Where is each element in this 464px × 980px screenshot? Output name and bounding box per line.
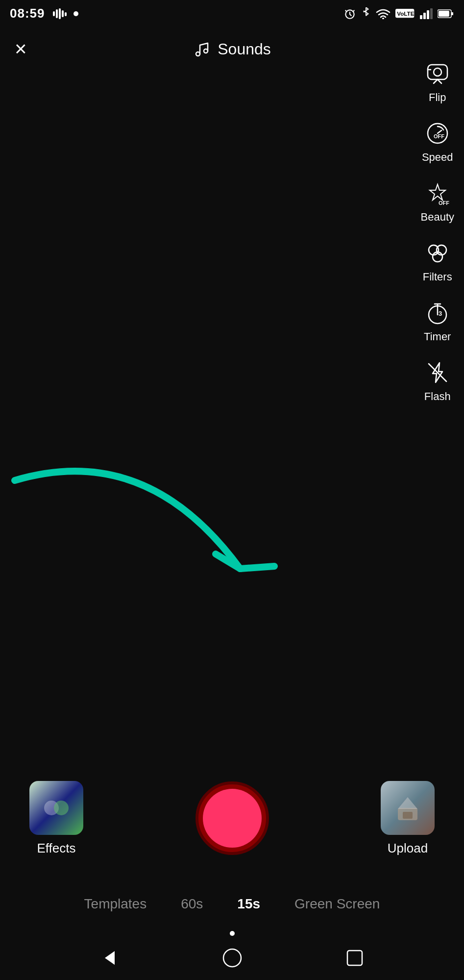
svg-point-21 bbox=[434, 68, 441, 76]
status-bar: 08:59 VoLTE bbox=[0, 0, 464, 27]
svg-rect-6 bbox=[65, 12, 67, 16]
beauty-label: Beauty bbox=[421, 211, 455, 224]
upload-label: Upload bbox=[388, 841, 428, 856]
svg-point-8 bbox=[382, 18, 384, 19]
svg-rect-12 bbox=[423, 13, 426, 19]
status-time: 08:59 bbox=[10, 6, 45, 21]
tab-green-screen[interactable]: Green Screen bbox=[290, 891, 385, 917]
upload-thumb-inner bbox=[381, 781, 435, 835]
effects-thumb-icon bbox=[42, 793, 71, 823]
svg-point-32 bbox=[54, 801, 69, 815]
svg-rect-38 bbox=[347, 951, 362, 965]
effects-thumb-inner bbox=[29, 781, 83, 835]
svg-text:VoLTE: VoLTE bbox=[397, 10, 414, 17]
svg-rect-3 bbox=[56, 9, 58, 18]
svg-rect-35 bbox=[403, 812, 413, 819]
top-bar: × Sounds bbox=[0, 27, 464, 71]
bottom-controls: Effects Upload bbox=[0, 769, 464, 867]
mode-tabs: Templates 60s 15s Green Screen bbox=[0, 884, 464, 924]
svg-rect-16 bbox=[451, 12, 453, 15]
svg-rect-14 bbox=[430, 8, 433, 19]
tab-15s[interactable]: 15s bbox=[232, 891, 265, 917]
nav-recents-button[interactable] bbox=[345, 949, 364, 967]
timer-icon: 3 bbox=[423, 298, 452, 327]
svg-point-18 bbox=[196, 52, 200, 56]
volte-icon: VoLTE bbox=[395, 8, 415, 20]
status-icons-right: VoLTE bbox=[343, 7, 454, 20]
flash-control[interactable]: Flash bbox=[423, 358, 452, 403]
filters-control[interactable]: Filters bbox=[423, 238, 452, 283]
speed-icon: OFF bbox=[423, 119, 452, 148]
status-dot bbox=[73, 11, 78, 16]
right-controls: Flip OFF Speed OFF Beauty bbox=[421, 59, 455, 403]
effects-label: Effects bbox=[37, 841, 75, 856]
flash-icon bbox=[423, 358, 452, 387]
svg-text:OFF: OFF bbox=[434, 133, 444, 139]
svg-rect-13 bbox=[427, 10, 429, 19]
nav-back-icon bbox=[100, 948, 120, 968]
sounds-title: Sounds bbox=[193, 40, 271, 58]
svg-point-37 bbox=[223, 949, 241, 967]
beauty-icon: OFF bbox=[423, 178, 452, 208]
svg-rect-2 bbox=[53, 11, 55, 16]
system-nav-bar bbox=[0, 936, 464, 980]
nav-back-button[interactable] bbox=[100, 948, 120, 968]
tab-templates[interactable]: Templates bbox=[79, 891, 152, 917]
close-button[interactable]: × bbox=[15, 39, 27, 59]
timer-control[interactable]: 3 Timer bbox=[423, 298, 452, 343]
svg-rect-20 bbox=[428, 65, 447, 79]
tab-indicator bbox=[230, 931, 235, 936]
timer-label: Timer bbox=[424, 330, 451, 343]
flip-icon bbox=[423, 59, 452, 88]
svg-rect-11 bbox=[420, 15, 422, 19]
svg-rect-4 bbox=[59, 8, 61, 19]
svg-rect-17 bbox=[439, 11, 449, 17]
flip-label: Flip bbox=[429, 91, 446, 104]
svg-text:OFF: OFF bbox=[439, 200, 449, 206]
upload-thumbnail bbox=[381, 781, 435, 835]
nav-recents-icon bbox=[345, 949, 364, 967]
alarm-icon bbox=[343, 7, 356, 20]
bluetooth-icon bbox=[361, 7, 371, 20]
svg-marker-34 bbox=[398, 797, 417, 809]
beauty-control[interactable]: OFF Beauty bbox=[421, 178, 455, 224]
status-icons-left bbox=[53, 8, 78, 19]
tab-60s[interactable]: 60s bbox=[176, 891, 208, 917]
signal-icon bbox=[420, 8, 433, 19]
filters-icon bbox=[423, 238, 452, 268]
wifi-icon bbox=[376, 8, 391, 19]
record-button-inner bbox=[203, 789, 262, 848]
filters-label: Filters bbox=[423, 271, 452, 283]
flip-control[interactable]: Flip bbox=[423, 59, 452, 104]
svg-text:3: 3 bbox=[439, 310, 442, 317]
upload-button[interactable]: Upload bbox=[381, 781, 435, 856]
nav-home-button[interactable] bbox=[221, 947, 243, 969]
podcast-icon bbox=[53, 8, 68, 19]
effects-thumbnail bbox=[29, 781, 83, 835]
svg-marker-36 bbox=[105, 951, 115, 965]
upload-thumb-icon bbox=[393, 793, 422, 823]
effects-button[interactable]: Effects bbox=[29, 781, 83, 856]
record-button[interactable] bbox=[195, 781, 269, 855]
svg-rect-5 bbox=[62, 10, 64, 17]
flash-label: Flash bbox=[424, 390, 451, 403]
battery-icon bbox=[438, 9, 454, 19]
svg-point-19 bbox=[204, 49, 208, 53]
music-note-icon bbox=[193, 40, 211, 58]
speed-label: Speed bbox=[422, 151, 453, 164]
nav-home-icon bbox=[221, 947, 243, 969]
sounds-label: Sounds bbox=[218, 40, 271, 58]
speed-control[interactable]: OFF Speed bbox=[422, 119, 453, 164]
